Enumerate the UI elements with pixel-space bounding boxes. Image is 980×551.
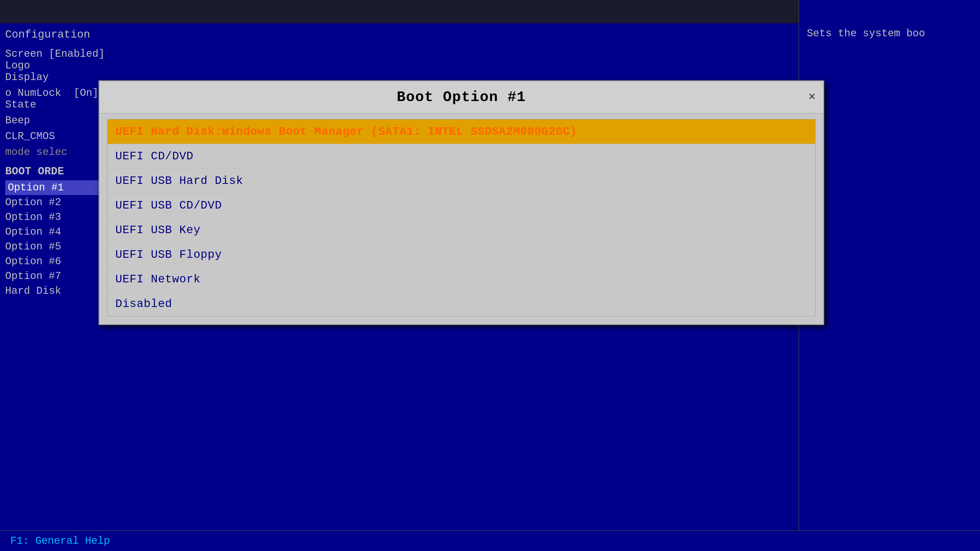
hard-disk-label: Hard Disk (5, 284, 99, 299)
list-item[interactable]: UEFI CD/DVD (108, 144, 815, 168)
boot-option-4[interactable]: Option #4 (5, 225, 99, 239)
modal-body: UEFI Hard Disk:Windows Boot Manager (SAT… (99, 114, 823, 324)
modal-title: Boot Option #1 (397, 89, 526, 105)
list-item[interactable]: UEFI USB CD/DVD (108, 193, 815, 218)
help-panel: Sets the system boo (799, 0, 980, 551)
beep-row: Beep (5, 113, 99, 129)
boot-option-2[interactable]: Option #2 (5, 195, 99, 210)
option-list: UEFI Hard Disk:Windows Boot Manager (SAT… (107, 119, 816, 316)
section-title: Configuration (5, 29, 99, 41)
f1-help-hint: F1: General Help (10, 535, 110, 547)
clr-cmos-row: CLR_CMOS (5, 129, 99, 144)
boot-option-7[interactable]: Option #7 (5, 269, 99, 284)
list-item[interactable]: UEFI Network (108, 267, 815, 292)
list-item[interactable]: UEFI USB Floppy (108, 243, 815, 267)
screen-logo-value: [Enabled] (49, 48, 105, 83)
screen-logo-label: Screen Logo Display (5, 48, 49, 83)
screen-logo-row: Screen Logo Display [Enabled] (5, 46, 99, 85)
numlock-value: [On] (73, 87, 99, 111)
boot-option-5[interactable]: Option #5 (5, 239, 99, 254)
help-text: Sets the system boo (807, 28, 925, 40)
boot-option-1[interactable]: Option #1 (5, 180, 99, 195)
numlock-label: o NumLock State (5, 87, 73, 111)
list-item[interactable]: UEFI USB Key (108, 218, 815, 243)
bios-sidebar: Configuration Screen Logo Display [Enabl… (0, 23, 104, 551)
boot-option-6[interactable]: Option #6 (5, 254, 99, 269)
numlock-row: o NumLock State [On] (5, 85, 99, 113)
list-item[interactable]: Disabled (108, 292, 815, 316)
modal-close-button[interactable]: × (808, 90, 816, 104)
mode-select-row: mode selec (5, 144, 99, 160)
list-item[interactable]: UEFI Hard Disk:Windows Boot Manager (SAT… (108, 119, 815, 144)
list-item[interactable]: UEFI USB Hard Disk (108, 168, 815, 193)
boot-option-3[interactable]: Option #3 (5, 210, 99, 225)
boot-option-modal: Boot Option #1 × UEFI Hard Disk:Windows … (99, 80, 824, 325)
boot-order-title: BOOT ORDE (5, 160, 99, 180)
modal-header: Boot Option #1 × (99, 81, 823, 114)
bottom-bar: F1: General Help (0, 530, 980, 551)
